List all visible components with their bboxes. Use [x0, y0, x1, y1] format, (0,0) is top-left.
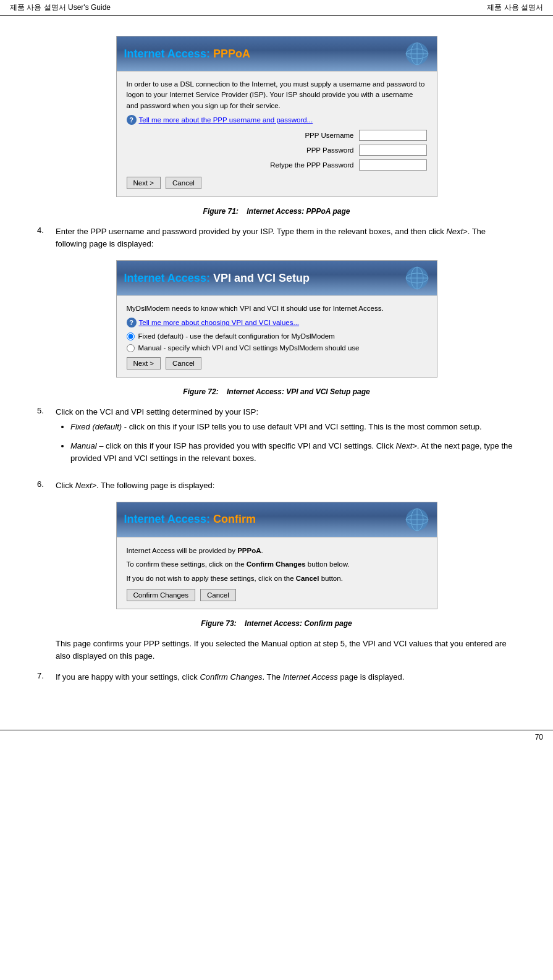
header-right: 제품 사용 설명서: [487, 2, 543, 13]
confirm-line1: Internet Access will be provided by PPPo…: [127, 545, 427, 556]
input-ppp-password[interactable]: [359, 145, 427, 156]
figure73-caption: Figure 73: Internet Access: Confirm page: [37, 619, 516, 628]
page-header: 제품 사용 설명서 User's Guide 제품 사용 설명서: [0, 0, 553, 16]
globe-icon-3: [392, 507, 429, 532]
step7-number: 7.: [37, 671, 49, 683]
step5-number: 5.: [37, 406, 49, 471]
radio-manual-label: Manual - specify which VPI and VCI setti…: [138, 344, 360, 352]
step4: 4. Enter the PPP username and password p…: [37, 226, 516, 250]
figure71-buttons: Next > Cancel: [127, 177, 427, 189]
form-row-password: PPP Password: [127, 145, 427, 156]
step4-number: 4.: [37, 226, 49, 250]
step5-bullets: Fixed (default) - click on this if your …: [56, 421, 516, 464]
figure73-header: Internet Access: Confirm: [117, 502, 437, 537]
step7: 7. If you are happy with your settings, …: [37, 671, 516, 683]
page-number: 70: [535, 733, 543, 741]
step6-content: Click Next>. The following page is displ…: [56, 479, 214, 492]
bullet-fixed: Fixed (default) - click on this if your …: [70, 421, 516, 433]
confirm-changes-button[interactable]: Confirm Changes: [127, 589, 195, 601]
globe-icon: [392, 41, 429, 66]
step7-para: This page confirms your PPP settings. If…: [56, 638, 516, 662]
figure72-help: ? Tell me more about choosing VPI and VC…: [127, 318, 427, 327]
step4-content: Enter the PPP username and password prov…: [56, 226, 516, 250]
figure72-header: Internet Access: VPI and VCI Setup: [117, 261, 437, 295]
help-icon-2: ?: [127, 318, 137, 327]
radio-fixed: Fixed (default) - use the default config…: [127, 332, 427, 340]
confirm-line3: If you do not wish to apply these settin…: [127, 573, 427, 584]
figure71-help-link[interactable]: Tell me more about the PPP username and …: [139, 116, 313, 124]
input-retype-password[interactable]: [359, 159, 427, 171]
figure71-caption: Figure 71: Internet Access: PPPoA page: [37, 207, 516, 216]
main-content: Internet Access: PPPoA In order to use a…: [0, 16, 553, 717]
figure71-body: In order to use a DSL connection to the …: [117, 71, 437, 196]
radio-manual-input[interactable]: [127, 344, 135, 352]
figure72-help-link[interactable]: Tell me more about choosing VPI and VCI …: [139, 319, 300, 326]
figure72-caption: Figure 72: Internet Access: VPI and VCI …: [37, 387, 516, 396]
globe-icon-2: [392, 266, 429, 290]
input-ppp-username[interactable]: [359, 130, 427, 141]
figure72-buttons: Next > Cancel: [127, 357, 427, 370]
radio-manual: Manual - specify which VPI and VCI setti…: [127, 344, 427, 352]
label-ppp-password: PPP Password: [306, 146, 354, 154]
figure73-buttons: Confirm Changes Cancel: [127, 589, 427, 601]
figure73-cancel-button[interactable]: Cancel: [200, 589, 236, 601]
step7-content: If you are happy with your settings, cli…: [56, 671, 404, 683]
step6: 6. Click Next>. The following page is di…: [37, 479, 516, 492]
radio-fixed-label: Fixed (default) - use the default config…: [138, 332, 335, 340]
figure71-screenshot: Internet Access: PPPoA In order to use a…: [116, 36, 437, 197]
figure72-body: MyDslModem needs to know which VPI and V…: [117, 295, 437, 377]
figure72-title: Internet Access: VPI and VCI Setup: [124, 272, 310, 285]
help-icon: ?: [127, 115, 137, 125]
figure71-cancel-button[interactable]: Cancel: [166, 177, 201, 189]
form-row-username: PPP Username: [127, 130, 427, 141]
figure71-title: Internet Access: PPPoA: [124, 48, 250, 61]
label-retype-password: Retype the PPP Password: [270, 161, 353, 169]
page-footer: 70: [0, 730, 553, 744]
figure72-cancel-button[interactable]: Cancel: [166, 357, 201, 370]
figure71-help: ? Tell me more about the PPP username an…: [127, 115, 427, 125]
form-row-retype: Retype the PPP Password: [127, 159, 427, 171]
step5: 5. Click on the VCI and VPI setting dete…: [37, 406, 516, 471]
bullet-manual: Manual – click on this if your ISP has p…: [70, 440, 516, 465]
confirm-line2: To confirm these settings, click on the …: [127, 559, 427, 570]
figure72-next-button[interactable]: Next >: [127, 357, 161, 370]
figure71-header: Internet Access: PPPoA: [117, 36, 437, 71]
header-left: 제품 사용 설명서 User's Guide: [10, 2, 111, 13]
figure73-title: Internet Access: Confirm: [124, 513, 256, 526]
step5-content: Click on the VCI and VPI setting determi…: [56, 406, 516, 471]
label-ppp-username: PPP Username: [305, 132, 353, 139]
figure71-next-button[interactable]: Next >: [127, 177, 161, 189]
radio-fixed-input[interactable]: [127, 332, 135, 340]
step6-number: 6.: [37, 479, 49, 492]
figure71-form: PPP Username PPP Password Retype the PPP…: [127, 130, 427, 171]
figure72-screenshot: Internet Access: VPI and VCI Setup MyDsl…: [116, 260, 437, 378]
figure73-body: Internet Access will be provided by PPPo…: [117, 537, 437, 609]
figure73-screenshot: Internet Access: Confirm Internet Access…: [116, 502, 437, 609]
